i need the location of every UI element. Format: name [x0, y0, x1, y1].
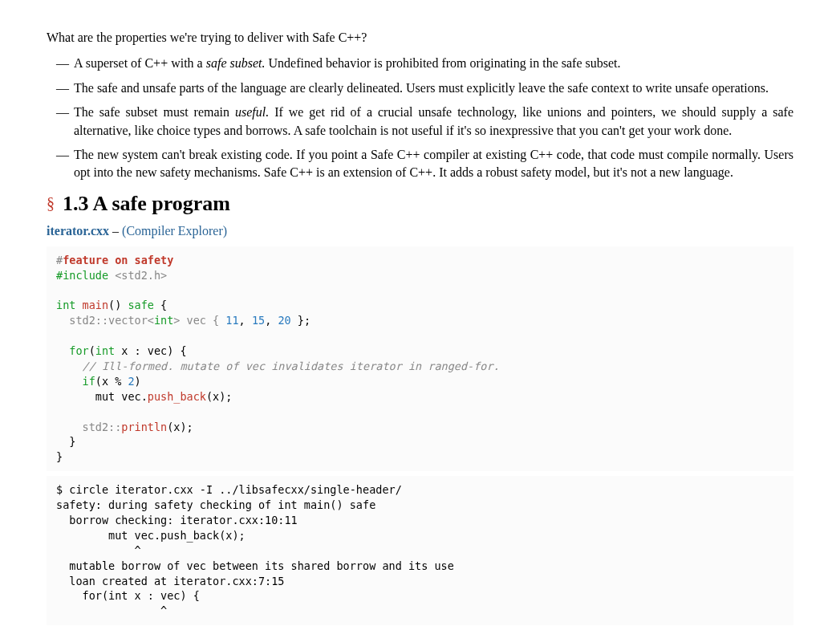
page: What are the properties we're trying to … — [0, 0, 840, 626]
content: What are the properties we're trying to … — [47, 29, 793, 625]
compiler-explorer-link[interactable]: (Compiler Explorer) — [122, 224, 227, 238]
section-heading: § 1.3 A safe program — [47, 192, 793, 216]
output-block: $ circle iterator.cxx -I ../libsafecxx/s… — [47, 476, 793, 625]
code-block: #feature on safety #include <std2.h> int… — [47, 246, 793, 471]
source-filename-link[interactable]: iterator.cxx — [47, 224, 109, 238]
list-item: The safe subset must remain useful. If w… — [47, 104, 793, 140]
list-item: The safe and unsafe parts of the languag… — [47, 79, 793, 97]
source-line: iterator.cxx – (Compiler Explorer) — [47, 224, 793, 238]
emph-useful: useful. — [235, 105, 269, 119]
list-item: The new system can't break existing code… — [47, 146, 793, 182]
section-title: 1.3 A safe program — [63, 192, 230, 215]
intro-question: What are the properties we're trying to … — [47, 29, 793, 47]
section-symbol: § — [47, 194, 55, 213]
emph-safe-subset: safe subset. — [206, 56, 266, 70]
properties-list: A superset of C++ with a safe subset. Un… — [47, 55, 793, 181]
list-item: A superset of C++ with a safe subset. Un… — [47, 55, 793, 72]
